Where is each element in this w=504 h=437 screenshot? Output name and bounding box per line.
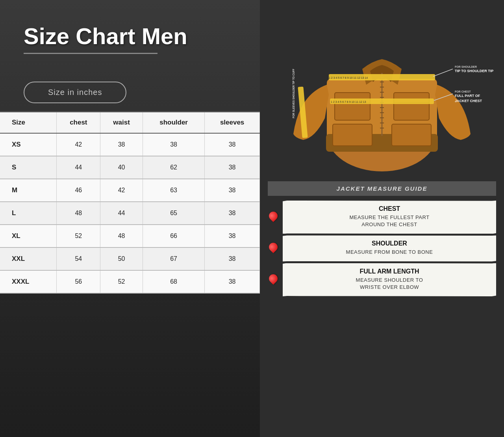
cell-sleeves: 38: [205, 247, 260, 270]
shoulder-card-desc: MEASURE FROM BONE TO BONE: [291, 249, 488, 256]
chest-card: CHEST MEASURE THE FULLEST PARTAROUND THE…: [283, 201, 496, 234]
cell-chest: 52: [57, 225, 100, 247]
table-row: XXXL56526838: [0, 270, 260, 293]
shoulder-card-title: SHOULDER: [291, 240, 488, 247]
cell-chest: 46: [57, 179, 100, 202]
svg-text:FOR SLEEVES SHOULDER TIP TO CU: FOR SLEEVES SHOULDER TIP TO CUFF: [292, 69, 295, 118]
table-row: XS42383838: [0, 133, 260, 156]
cell-waist: 48: [100, 225, 143, 247]
right-panel: 1 2 3 4 5 6 7 8 9 10 11 12 13 14 1 2 3 4…: [260, 0, 504, 437]
pin-arm: [268, 274, 279, 285]
shoulder-card: SHOULDER MEASURE FROM BONE TO BONE: [283, 235, 496, 261]
pin-circle-chest: [267, 210, 279, 222]
svg-text:FOR SHOULDER: FOR SHOULDER: [455, 65, 477, 68]
cell-chest: 56: [57, 270, 100, 293]
cell-sleeves: 38: [205, 270, 260, 293]
left-panel: Size Chart Men Size in inches Size chest…: [0, 0, 260, 437]
cell-sleeves: 38: [205, 202, 260, 225]
size-label: Size in inches: [24, 82, 126, 103]
pin-shoulder: [268, 243, 279, 254]
cell-size: XXL: [0, 247, 57, 270]
col-shoulder: shoulder: [143, 112, 204, 133]
pin-circle-shoulder: [267, 241, 279, 253]
table-section: Size chest waist shoulder sleeves XS4238…: [0, 111, 260, 437]
cell-waist: 50: [100, 247, 143, 270]
table-row: XXL54506738: [0, 247, 260, 270]
table-row: XL52486638: [0, 225, 260, 247]
cell-sleeves: 38: [205, 179, 260, 202]
title-section: Size Chart Men: [0, 0, 260, 70]
shoulder-card-row: SHOULDER MEASURE FROM BONE TO BONE: [268, 235, 496, 261]
chest-card-title: CHEST: [291, 205, 488, 212]
svg-text:1 2 3 4 5 6 7 8 9 10 11 12 13 : 1 2 3 4 5 6 7 8 9 10 11 12 13 14: [329, 76, 368, 79]
cell-chest: 54: [57, 247, 100, 270]
cell-sleeves: 38: [205, 156, 260, 179]
table-row: L48446538: [0, 202, 260, 225]
cell-shoulder: 65: [143, 202, 204, 225]
svg-text:TIP TO SHOULDER TIP: TIP TO SHOULDER TIP: [455, 69, 493, 73]
svg-text:FULL PART OF: FULL PART OF: [455, 94, 480, 98]
cell-size: XXXL: [0, 270, 57, 293]
cell-chest: 48: [57, 202, 100, 225]
size-table: Size chest waist shoulder sleeves XS4238…: [0, 111, 260, 294]
pin-chest: [268, 212, 279, 223]
col-sleeves: sleeves: [205, 112, 260, 133]
size-badge: Size in inches: [24, 82, 236, 103]
col-chest: chest: [57, 112, 100, 133]
pin-circle-arm: [267, 272, 279, 285]
cell-shoulder: 38: [143, 133, 204, 156]
cell-shoulder: 68: [143, 270, 204, 293]
arm-card-desc: MEASURE SHOULDER TOWRISTE OVER ELBOW: [291, 277, 488, 291]
table-body: XS42383838S44406238M46426338L48446538XL5…: [0, 133, 260, 293]
chest-card-row: CHEST MEASURE THE FULLEST PARTAROUND THE…: [268, 201, 496, 234]
jacket-illustration: 1 2 3 4 5 6 7 8 9 10 11 12 13 14 1 2 3 4…: [268, 8, 496, 177]
cell-waist: 44: [100, 202, 143, 225]
cell-waist: 40: [100, 156, 143, 179]
main-container: Size Chart Men Size in inches Size chest…: [0, 0, 504, 437]
cell-waist: 42: [100, 179, 143, 202]
col-size: Size: [0, 112, 57, 133]
table-header-row: Size chest waist shoulder sleeves: [0, 112, 260, 133]
cell-shoulder: 66: [143, 225, 204, 247]
arm-card-row: FULL ARM LENGTH MEASURE SHOULDER TOWRIST…: [268, 263, 496, 296]
svg-rect-18: [394, 93, 429, 120]
cell-size: S: [0, 156, 57, 179]
page-title: Size Chart Men: [24, 24, 236, 49]
arm-card: FULL ARM LENGTH MEASURE SHOULDER TOWRIST…: [283, 263, 496, 296]
arm-card-title: FULL ARM LENGTH: [291, 268, 488, 275]
svg-text:1 2 3 4 5 6 7 8 9 10 11 12 13: 1 2 3 4 5 6 7 8 9 10 11 12 13: [331, 100, 366, 103]
svg-rect-20: [333, 124, 372, 146]
cell-waist: 52: [100, 270, 143, 293]
svg-rect-16: [335, 93, 370, 120]
chest-card-desc: MEASURE THE FULLEST PARTAROUND THE CHEST: [291, 214, 488, 228]
table-row: M46426338: [0, 179, 260, 202]
measure-guide-banner: JACKET MEASURE GUIDE: [268, 181, 496, 196]
cell-size: M: [0, 179, 57, 202]
cell-chest: 44: [57, 156, 100, 179]
cell-size: XL: [0, 225, 57, 247]
cell-size: L: [0, 202, 57, 225]
cell-sleeves: 38: [205, 133, 260, 156]
col-waist: waist: [100, 112, 143, 133]
info-cards-container: CHEST MEASURE THE FULLEST PARTAROUND THE…: [268, 201, 496, 296]
table-row: S44406238: [0, 156, 260, 179]
svg-text:FOR CHEST: FOR CHEST: [455, 90, 471, 93]
cell-shoulder: 63: [143, 179, 204, 202]
svg-text:JACKET CHEST: JACKET CHEST: [455, 99, 482, 103]
jacket-svg: 1 2 3 4 5 6 7 8 9 10 11 12 13 14 1 2 3 4…: [268, 8, 496, 177]
cell-size: XS: [0, 133, 57, 156]
cell-sleeves: 38: [205, 225, 260, 247]
cell-shoulder: 62: [143, 156, 204, 179]
cell-shoulder: 67: [143, 247, 204, 270]
svg-rect-21: [392, 124, 431, 146]
cell-waist: 38: [100, 133, 143, 156]
cell-chest: 42: [57, 133, 100, 156]
title-underline: [24, 53, 158, 54]
